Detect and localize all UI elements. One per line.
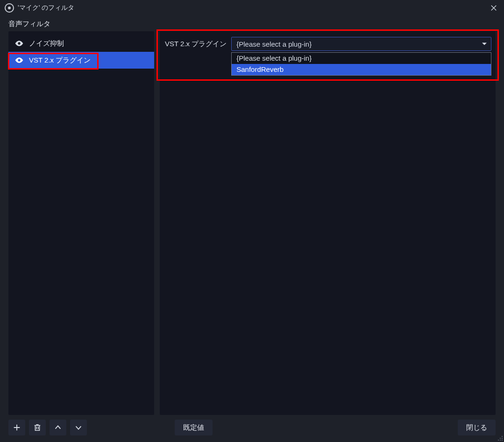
window-title: 'マイク' のフィルタ	[18, 4, 487, 12]
properties-panel: VST 2.x プラグイン {Please select a plug-in} …	[160, 31, 496, 415]
visibility-toggle[interactable]	[14, 55, 24, 65]
plugin-select-wrap: {Please select a plug-in} {Please select…	[231, 37, 491, 51]
filter-item-noise-suppression[interactable]: ノイズ抑制	[8, 35, 154, 52]
trash-icon	[33, 423, 42, 432]
dropdown-arrow	[482, 40, 487, 48]
resize-grip[interactable]	[497, 435, 503, 441]
add-filter-button[interactable]	[8, 420, 25, 435]
move-up-button[interactable]	[50, 420, 66, 435]
resize-grip-icon	[497, 435, 503, 441]
chevron-down-icon	[482, 41, 487, 47]
svg-point-2	[502, 436, 503, 437]
filter-item-label: ノイズ抑制	[29, 39, 64, 48]
property-label: VST 2.x プラグイン	[164, 40, 227, 49]
svg-point-6	[500, 440, 501, 441]
button-label: 既定値	[183, 423, 204, 432]
svg-point-4	[502, 438, 503, 439]
dropdown-option-label: {Please select a plug-in}	[236, 54, 312, 62]
plugin-dropdown-list: {Please select a plug-in} SanfordReverb	[231, 52, 491, 76]
filters-panel: ノイズ抑制 VST 2.x プラグイン	[8, 31, 154, 415]
eye-icon	[14, 56, 24, 65]
svg-point-7	[502, 440, 503, 441]
close-button[interactable]	[487, 1, 500, 14]
plugin-select-value: {Please select a plug-in}	[236, 40, 312, 48]
footer-toolbar: 既定値 閉じる	[0, 415, 504, 442]
close-dialog-button[interactable]: 閉じる	[458, 420, 496, 435]
close-icon	[490, 5, 497, 11]
app-icon	[5, 3, 14, 13]
button-label: 閉じる	[466, 423, 487, 432]
section-header-audio-filters: 音声フィルタ	[0, 16, 504, 31]
chevron-down-icon	[74, 423, 83, 432]
svg-point-0	[18, 42, 20, 44]
filter-item-vst-plugin[interactable]: VST 2.x プラグイン	[8, 52, 154, 69]
chevron-up-icon	[54, 423, 62, 432]
plus-icon	[13, 423, 21, 432]
remove-filter-button[interactable]	[29, 420, 46, 435]
panels-container: ノイズ抑制 VST 2.x プラグイン VST 2.x プラグイン	[0, 31, 504, 415]
move-down-button[interactable]	[70, 420, 87, 435]
eye-icon	[14, 39, 24, 48]
svg-point-3	[500, 438, 501, 439]
visibility-toggle[interactable]	[14, 38, 24, 49]
svg-point-5	[498, 440, 499, 441]
filter-item-label: VST 2.x プラグイン	[29, 56, 91, 65]
dropdown-option-label: SanfordReverb	[236, 65, 284, 73]
dialog-body: 音声フィルタ ノイズ抑制 V	[0, 16, 504, 442]
property-row-vst-plugin: VST 2.x プラグイン {Please select a plug-in} …	[164, 37, 491, 51]
svg-point-1	[18, 59, 20, 61]
titlebar: 'マイク' のフィルタ	[0, 0, 504, 16]
plugin-select[interactable]: {Please select a plug-in}	[231, 37, 491, 51]
dropdown-option-sanford-reverb[interactable]: SanfordReverb	[232, 64, 491, 75]
dropdown-option-placeholder[interactable]: {Please select a plug-in}	[232, 53, 491, 64]
defaults-button[interactable]: 既定値	[175, 420, 213, 435]
